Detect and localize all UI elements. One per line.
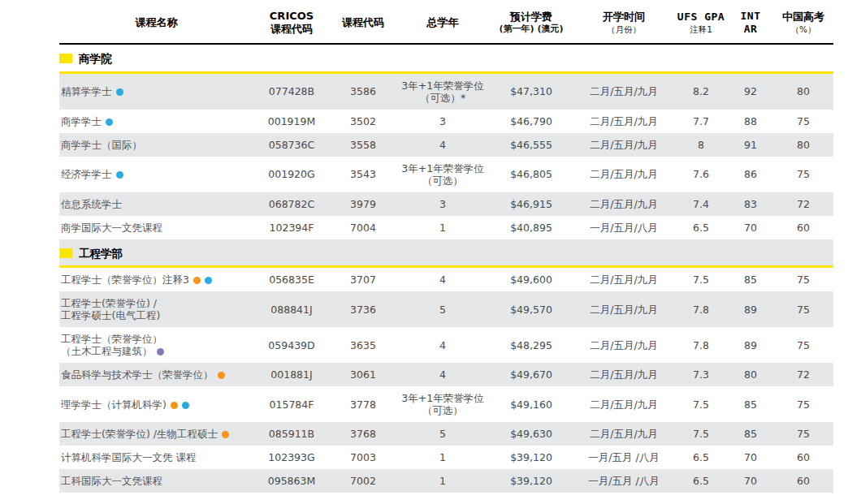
table-body: 商学院精算学学士077428B35863年+1年荣誉学位 （可选）*$47,31… (59, 44, 833, 493)
course-row: 信息系统学士068782C39793$46,915二月/五月/九月7.48372 (59, 192, 833, 216)
gaokao-cell: 72 (773, 363, 833, 386)
column-label: 课程代码 (331, 16, 395, 29)
code-cell: 3778 (330, 386, 396, 422)
int_ar-cell: 88 (728, 110, 773, 133)
intake-cell: 一月/五月/八月 (573, 216, 674, 239)
column-label: 中国高考 (775, 11, 832, 24)
gpa-cell: 7.3 (674, 363, 728, 386)
column-sublabel: （月份） (575, 24, 673, 35)
years-cell: 3年+1年荣誉学位 （可选）* (396, 72, 489, 110)
code-cell: 7004 (330, 216, 396, 239)
course-name: 计算机科学国际大一文凭 课程 (61, 451, 196, 463)
course-name: 工程学士（荣誉学位）注释3 (61, 274, 189, 286)
course-name-cell: 工程学士(荣誉学位) / 工程学硕士(电气工程) (59, 291, 253, 327)
years-cell: 5 (396, 291, 489, 327)
orange-dot-icon (218, 372, 225, 379)
orange-dot-icon (193, 277, 201, 284)
cricos-cell: 102393G (253, 446, 330, 469)
yellow-square-icon (59, 54, 72, 63)
course-row: 工科国际大一文凭课程095863M70021$39,120一月/五月 /八月6.… (59, 469, 833, 493)
course-fee-table-page: 课程名称CRICOS课程代码课程代码总学年预计学费(第一年) (澳元)开学时间（… (59, 5, 804, 493)
course-name-cell: 经济学学士 (59, 157, 253, 192)
section-header-row: 商学院 (59, 44, 833, 72)
course-row: 工程学士（荣誉学位） （土木工程与建筑）059439D36354$48,295二… (59, 327, 833, 363)
code-cell: 3736 (330, 291, 396, 327)
cricos-cell: 015784F (253, 386, 330, 422)
course-name: 理学学士（计算机科学) (61, 398, 167, 411)
fee-cell: $40,895 (489, 216, 573, 239)
column-header-code: 课程代码 (330, 5, 396, 44)
cricos-cell: 085911B (253, 422, 330, 446)
int_ar-cell: 91 (728, 133, 773, 157)
int_ar-cell: 86 (728, 157, 773, 192)
int_ar-cell: 80 (728, 363, 773, 386)
code-cell: 7003 (330, 446, 396, 469)
int_ar-cell: 70 (728, 446, 773, 469)
table-header: 课程名称CRICOS课程代码课程代码总学年预计学费(第一年) (澳元)开学时间（… (59, 5, 833, 44)
gaokao-cell: 75 (773, 327, 833, 363)
course-name: 工程学士(荣誉学位) /生物工程硕士 (61, 428, 218, 440)
course-row: 精算学学士077428B35863年+1年荣誉学位 （可选）*$47,310二月… (59, 72, 833, 110)
blue-dot-icon (116, 171, 123, 179)
column-label: 开学时间 (575, 11, 673, 24)
blue-dot-icon (106, 118, 113, 126)
int_ar-cell: 92 (728, 72, 773, 110)
code-cell: 3635 (330, 327, 396, 363)
course-name: 商学学士（国际） (61, 139, 142, 151)
blue-dot-icon (182, 402, 189, 409)
course-row: 商学学士（国际）058736C35584$46,555二月/五月/九月89180 (59, 133, 833, 157)
course-name: 食品科学与技术学士（荣誉学位） (61, 368, 214, 381)
course-name-cell: 工科国际大一文凭课程 (59, 469, 253, 493)
gpa-cell: 7.8 (674, 291, 728, 327)
int_ar-cell: 70 (728, 469, 773, 493)
intake-cell: 二月/五月/九月 (573, 422, 674, 446)
gpa-cell: 7.5 (674, 422, 728, 446)
column-label-line2: AR (729, 23, 772, 36)
column-header-years: 总学年 (396, 5, 489, 44)
column-label: 总学年 (398, 16, 487, 29)
course-name: 商学学士 (61, 115, 102, 127)
course-name: 精算学学士 (61, 85, 112, 97)
years-cell: 3年+1年荣誉学位 （可选） (396, 157, 489, 192)
code-cell: 3707 (330, 267, 396, 292)
gaokao-cell: 75 (773, 422, 833, 446)
fee-cell: $46,790 (489, 110, 573, 133)
code-cell: 3502 (330, 110, 396, 133)
intake-cell: 二月/五月/九月 (573, 291, 674, 327)
years-cell: 3年+1年荣誉学位 （可选） (396, 386, 489, 422)
cricos-cell: 056835E (253, 267, 330, 292)
int_ar-cell: 85 (728, 267, 773, 292)
intake-cell: 二月/五月/九月 (573, 327, 674, 363)
gaokao-cell: 60 (773, 446, 833, 469)
gpa-cell: 7.8 (674, 327, 728, 363)
yellow-square-icon (59, 248, 72, 258)
fee-cell: $46,805 (489, 157, 573, 192)
course-row: 经济学学士001920G35433年+1年荣誉学位 （可选）$46,805二月/… (59, 157, 833, 192)
gaokao-cell: 80 (773, 72, 833, 110)
fee-cell: $49,630 (489, 422, 573, 446)
column-header-fee: 预计学费(第一年) (澳元) (489, 5, 573, 44)
column-header-intake: 开学时间（月份） (573, 5, 674, 44)
gaokao-cell: 60 (773, 469, 833, 493)
intake-cell: 二月/五月/九月 (573, 157, 674, 192)
fee-cell: $49,160 (489, 386, 573, 422)
fee-cell: $39,120 (489, 469, 573, 493)
course-name: 工程学士(荣誉学位) / 工程学硕士(电气工程) (61, 297, 160, 321)
course-row: 食品科学与技术学士（荣誉学位）001881J30614$49,670二月/五月/… (59, 363, 833, 386)
column-header-gaokao: 中国高考（%） (773, 5, 833, 44)
gaokao-cell: 75 (773, 110, 833, 133)
intake-cell: 二月/五月/九月 (573, 386, 674, 422)
gpa-cell: 7.5 (674, 386, 728, 422)
course-name: 经济学学士 (61, 168, 112, 180)
gpa-cell: 6.5 (674, 446, 728, 469)
fee-cell: $39,120 (489, 446, 573, 469)
course-row: 工程学士(荣誉学位) /生物工程硕士085911B37685$49,630二月/… (59, 422, 833, 446)
column-sublabel: （%） (775, 24, 832, 35)
intake-cell: 二月/五月/九月 (573, 72, 674, 110)
intake-cell: 二月/五月/九月 (573, 133, 674, 157)
intake-cell: 二月/五月/九月 (573, 267, 674, 292)
course-row: 工程学士（荣誉学位）注释3056835E37074$49,600二月/五月/九月… (59, 267, 833, 292)
code-cell: 7002 (330, 469, 396, 493)
gaokao-cell: 75 (773, 267, 833, 292)
course-row: 商学学士001919M35023$46,790二月/五月/九月7.78875 (59, 110, 833, 133)
